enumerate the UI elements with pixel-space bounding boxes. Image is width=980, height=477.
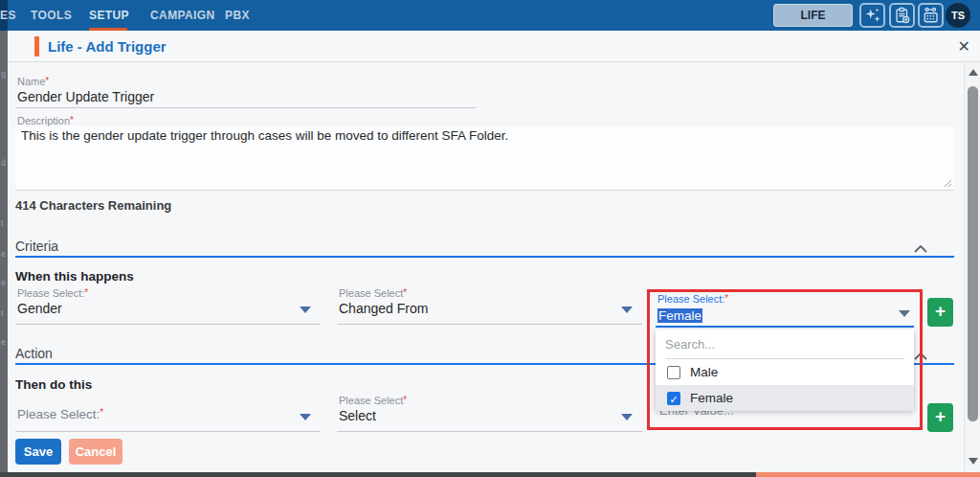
action-target-dropdown[interactable]: Please Select* Select — [337, 395, 642, 432]
collapse-criteria-icon[interactable] — [914, 239, 927, 257]
top-navbar: ES TOOLS SETUP CAMPAIGN PBX LIFE — [0, 0, 980, 31]
criteria-title: Criteria — [15, 238, 58, 254]
save-button[interactable]: Save — [15, 439, 61, 465]
underlying-page-edge: gdt eet e — [0, 31, 8, 472]
checkbox-unchecked-icon[interactable] — [667, 366, 680, 379]
chevron-down-icon — [899, 310, 910, 317]
close-icon[interactable]: ✕ — [958, 37, 970, 56]
nav-item-campaign[interactable]: CAMPAIGN — [150, 9, 215, 22]
highlighted-value-dropdown: Please Select:* Female Enter Value... Se… — [647, 289, 923, 430]
criteria-field-dropdown[interactable]: Please Select:* Gender — [15, 287, 321, 325]
nav-item-setup[interactable]: SETUP — [89, 9, 129, 22]
dropdown-options-panel: Search... Male ✓ Female — [656, 329, 914, 410]
option-female-label: Female — [690, 391, 733, 405]
criteria-value-label: Please Select:* — [657, 293, 914, 305]
cancel-button[interactable]: Cancel — [69, 439, 122, 465]
description-label: Description* — [17, 115, 74, 126]
criteria-section-header: Criteria — [15, 238, 954, 258]
criteria-operator-dropdown[interactable]: Please Select* Changed From — [337, 287, 642, 325]
action-title: Action — [15, 346, 53, 361]
life-module-button[interactable]: LIFE — [773, 4, 853, 27]
action-target-label: Please Select* — [339, 395, 642, 406]
checkbox-checked-icon[interactable]: ✓ — [667, 392, 680, 405]
horizontal-scrollbar-segment — [756, 472, 980, 477]
horizontal-scrollbar[interactable] — [0, 472, 980, 477]
description-textarea[interactable]: This is the gender update trigger throug… — [15, 126, 954, 191]
nav-item-tools[interactable]: TOOLS — [31, 9, 72, 22]
scrollbar-thumb[interactable] — [968, 86, 978, 421]
action-type-placeholder: Please Select:* — [17, 407, 321, 421]
name-value: Gender Update Trigger — [17, 89, 477, 104]
vertical-scrollbar[interactable] — [964, 63, 980, 472]
criteria-operator-label: Please Select* — [339, 287, 642, 299]
criteria-field-label: Please Select:* — [17, 287, 321, 299]
add-action-button[interactable]: + — [927, 403, 953, 432]
dropdown-search-input[interactable]: Search... — [665, 329, 904, 359]
name-label: Name* — [17, 76, 477, 87]
criteria-operator-value: Changed From — [339, 301, 642, 316]
resize-handle-icon[interactable] — [943, 178, 952, 188]
chevron-down-icon — [621, 414, 633, 420]
option-male[interactable]: Male — [656, 359, 914, 385]
user-avatar[interactable]: TS — [946, 3, 970, 28]
when-this-happens-label: When this happens — [15, 269, 134, 284]
title-accent-bar — [34, 36, 39, 57]
name-field[interactable]: Name* Gender Update Trigger — [15, 76, 477, 108]
chevron-down-icon — [300, 307, 311, 313]
modal-header: Life - Add Trigger ✕ — [8, 31, 980, 62]
description-value: This is the gender update trigger throug… — [21, 128, 508, 143]
option-female[interactable]: ✓ Female — [656, 385, 914, 411]
sparkles-icon[interactable] — [859, 3, 885, 28]
nav-item-pbx[interactable]: PBX — [225, 9, 250, 22]
then-do-this-label: Then do this — [15, 377, 92, 392]
nav-item-partial[interactable]: ES — [0, 9, 16, 22]
scroll-down-icon[interactable] — [969, 458, 978, 465]
criteria-field-value: Gender — [17, 301, 321, 316]
clipboard-add-icon[interactable] — [889, 3, 915, 28]
add-criteria-button[interactable]: + — [927, 298, 953, 327]
chevron-down-icon — [300, 414, 311, 420]
criteria-value-selected-text: Female — [657, 308, 702, 323]
chevron-down-icon — [621, 307, 633, 313]
scheduler-icon[interactable] — [918, 3, 944, 28]
add-trigger-modal: Life - Add Trigger ✕ Name* Gender Update… — [8, 31, 980, 472]
criteria-value-dropdown[interactable]: Please Select:* Female — [656, 293, 914, 328]
characters-remaining: 414 Characters Remaining — [15, 198, 171, 213]
action-target-value: Select — [339, 408, 642, 423]
action-type-dropdown[interactable]: Please Select:* — [15, 395, 321, 432]
modal-title: Life - Add Trigger — [48, 38, 167, 55]
option-male-label: Male — [690, 365, 718, 379]
scroll-up-icon[interactable] — [969, 69, 978, 76]
